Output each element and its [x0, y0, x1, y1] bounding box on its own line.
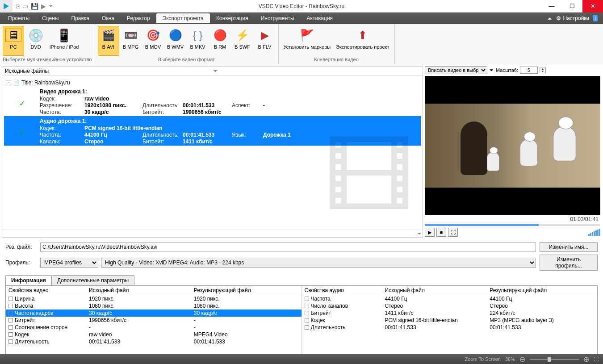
scale-input[interactable]	[520, 67, 538, 74]
menu-Редактор[interactable]: Редактор	[121, 13, 156, 23]
zoom-slider[interactable]	[530, 359, 579, 360]
app-title: VSDC Video Editor - RainbowSky.ru	[259, 3, 344, 9]
v-asp: -	[263, 102, 308, 109]
zoom-out-button[interactable]: ⊖	[519, 355, 525, 364]
menu-Активация[interactable]: Активация	[301, 13, 339, 23]
change-profile-button[interactable]: Изменить профиль...	[540, 255, 598, 271]
qa-add-icon[interactable]: ▭	[22, 3, 28, 10]
audio-track-selected[interactable]: ✓ Аудио дорожка 1: Кодек:PCM signed 16-b…	[4, 116, 421, 146]
panel-dropdown-icon[interactable]: ⏷	[213, 68, 420, 74]
titlebar: ⎘ ▭ 💾 ▶ ⏷ VSDC Video Editor - RainbowSky…	[0, 0, 603, 13]
tree-node-title[interactable]: Title: RainbowSky.ru	[21, 79, 70, 86]
a-codec-l: Кодек:	[40, 125, 84, 131]
menu-Сцены[interactable]: Сцены	[36, 13, 65, 23]
fit-select[interactable]: Вписать видео в выбр. р	[425, 66, 487, 74]
qa-play-icon[interactable]: ▶	[41, 3, 46, 10]
prop-row[interactable]: Частота кадров30 кадр/с30 кадр/с	[6, 310, 302, 317]
ribbon-Установить-маркеры[interactable]: 🚩Установить маркеры	[281, 26, 333, 56]
menu-Конвертация[interactable]: Конвертация	[210, 13, 255, 23]
time-display: 01:03/01:41	[425, 215, 600, 223]
ribbon-В-RM[interactable]: 🔴В RM	[209, 26, 231, 56]
ribbon-group3-title: Конвертация видео	[281, 56, 392, 63]
export-form: Рез. файл: Изменить имя... Профиль: MPEG…	[0, 239, 603, 273]
prop-row[interactable]: КодекPCM signed 16-bit little-endianMP3 …	[302, 317, 598, 324]
ribbon-PC[interactable]: 🖥PC	[3, 26, 24, 56]
v-dur: 00:01:41.533	[183, 102, 232, 109]
tab-1[interactable]: Дополнительные параметры	[51, 275, 134, 285]
prop-row[interactable]: Число каналовСтереоСтерео	[302, 302, 598, 310]
col-head: Свойства аудио	[305, 287, 385, 293]
panel-scroll-down[interactable]: ⏷	[417, 230, 422, 237]
ribbon-DVD[interactable]: 💿DVD	[25, 26, 46, 56]
a-ch-l: Каналы:	[40, 138, 84, 145]
qa-copy-icon[interactable]: ⎘	[16, 3, 20, 10]
ribbon-iPhone-/-iPod[interactable]: 📱iPhone / iPod	[47, 26, 81, 56]
ribbon-В-MPG[interactable]: 📼В MPG	[120, 26, 142, 56]
a-dur-l: Длительность:	[142, 132, 183, 138]
menu-Инструменты[interactable]: Инструменты	[255, 13, 301, 23]
a-freq-l: Частота:	[40, 132, 84, 138]
fit-dropdown-icon[interactable]: ⏷	[489, 67, 494, 73]
profile-select[interactable]: High Quality - Video: XviD MPEG4; Audio:…	[101, 258, 536, 268]
prop-row[interactable]: Высота1080 пикс.1080 пикс.	[6, 302, 302, 310]
prop-row[interactable]: Соотношение сторон--	[6, 324, 302, 331]
play-button[interactable]: ▶	[425, 228, 435, 237]
prop-row[interactable]: Кодекraw videoMPEG4 Video	[6, 331, 302, 338]
col-head: Исходный файл	[89, 287, 194, 293]
volume-indicator[interactable]	[588, 229, 600, 236]
preview-viewport[interactable]	[425, 76, 600, 215]
ribbon-В-MKV[interactable]: { }В MKV	[187, 26, 209, 56]
profile-group-select[interactable]: MPEG4 profiles	[40, 258, 98, 268]
menu-Правка[interactable]: Правка	[65, 13, 96, 23]
panel-title: Исходные файлы	[5, 68, 213, 74]
qa-save-icon[interactable]: 💾	[31, 3, 38, 10]
prop-row[interactable]: Ширина1920 пикс.1920 пикс.	[6, 295, 302, 302]
qa-dropdown-icon[interactable]: ⏷	[49, 4, 53, 8]
menubar: ПроектыСценыПравкаОкнаРедакторЭкспорт пр…	[0, 13, 603, 24]
ribbon-Экспортировать-проект[interactable]: ⬆Экспортировать проект	[334, 26, 391, 56]
zoom-in-button[interactable]: ⊕	[583, 355, 589, 364]
ribbon-В-WMV[interactable]: 🔵В WMV	[165, 26, 186, 56]
tab-0[interactable]: Информация	[5, 275, 52, 285]
video-track-head[interactable]: Видео дорожка 1:	[17, 88, 421, 96]
v-freq-l: Частота:	[40, 109, 84, 115]
seekbar[interactable]	[425, 224, 600, 226]
stop-button[interactable]: ■	[436, 228, 446, 237]
minimize-button[interactable]: —	[541, 0, 562, 13]
menu-Экспорт проекта[interactable]: Экспорт проекта	[156, 13, 210, 23]
statusbar: Zoom To Screen 36% ⊖ ⊕ ⛶	[0, 354, 603, 364]
menu-Окна[interactable]: Окна	[96, 13, 121, 23]
prop-row[interactable]: Битрейт1411 кбит/с224 кбит/с	[302, 310, 598, 317]
ribbon-В-SWF[interactable]: ⚡В SWF	[232, 26, 253, 56]
tree-collapse-toggle[interactable]: −	[6, 80, 11, 85]
profile-label: Профиль:	[5, 259, 37, 266]
prop-row[interactable]: Частота44100 Гц44100 Гц	[302, 295, 598, 302]
settings-button[interactable]: ⚙ Настройки	[556, 15, 589, 21]
ribbon-В-AVI[interactable]: 🎬В AVI	[98, 26, 119, 56]
ribbon: 🖥PC💿DVD📱iPhone / iPod Выберите мультимед…	[0, 24, 603, 64]
col-head: Свойства видео	[8, 287, 89, 293]
zoom-label: Zoom To Screen	[465, 356, 501, 362]
close-button[interactable]: ✕	[582, 0, 603, 13]
maximize-button[interactable]: ☐	[562, 0, 582, 13]
a-bit: 1411 кбит/с	[183, 138, 232, 145]
fullscreen-button[interactable]: ⛶	[448, 228, 458, 237]
result-file-label: Рез. файл:	[5, 244, 37, 250]
v-dur-l: Длительность:	[142, 102, 183, 109]
prop-row[interactable]: Длительность00:01:41.53300:01:41.533	[302, 324, 598, 331]
scale-down[interactable]: ▼	[540, 70, 545, 73]
change-name-button[interactable]: Изменить имя...	[540, 242, 598, 252]
ribbon-В-MOV[interactable]: 🎯В MOV	[142, 26, 164, 56]
a-lang: Дорожка 1	[263, 132, 308, 138]
expand-icon[interactable]: ⏶	[547, 15, 553, 21]
result-file-input[interactable]	[40, 243, 536, 251]
prop-row[interactable]: Битрейт1990656 кбит/с-	[6, 317, 302, 324]
menu-Проекты[interactable]: Проекты	[2, 13, 36, 23]
ribbon-В-FLV[interactable]: ▶В FLV	[254, 26, 276, 56]
fit-screen-button[interactable]: ⛶	[594, 356, 599, 362]
property-tables: Свойства видеоИсходный файлРезультирующи…	[5, 285, 598, 355]
check-icon: ✓	[19, 129, 25, 137]
help-icon[interactable]: i	[593, 15, 598, 21]
prop-row[interactable]: Длительность00:01:41.53300:01:41.533	[6, 338, 302, 345]
app-icon	[0, 0, 13, 13]
